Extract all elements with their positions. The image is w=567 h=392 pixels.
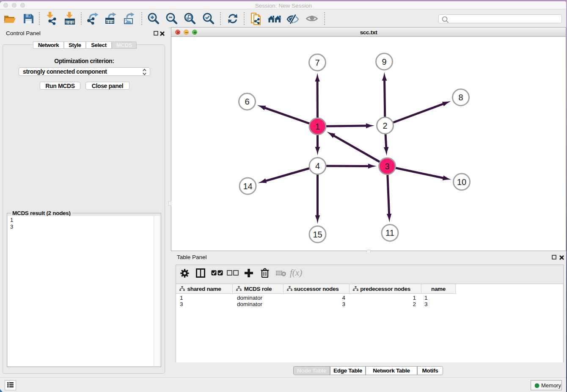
svg-text:2: 2: [383, 121, 387, 130]
svg-text:11: 11: [385, 228, 394, 237]
svg-text:1: 1: [315, 122, 320, 131]
svg-text:6: 6: [245, 97, 249, 106]
svg-text:10: 10: [457, 177, 466, 187]
svg-text:4: 4: [315, 161, 320, 171]
svg-text:14: 14: [243, 182, 252, 191]
svg-text:3: 3: [385, 162, 389, 171]
svg-text:7: 7: [315, 58, 319, 67]
svg-text:15: 15: [313, 230, 322, 239]
svg-text:8: 8: [458, 93, 463, 102]
svg-text:9: 9: [382, 57, 386, 66]
